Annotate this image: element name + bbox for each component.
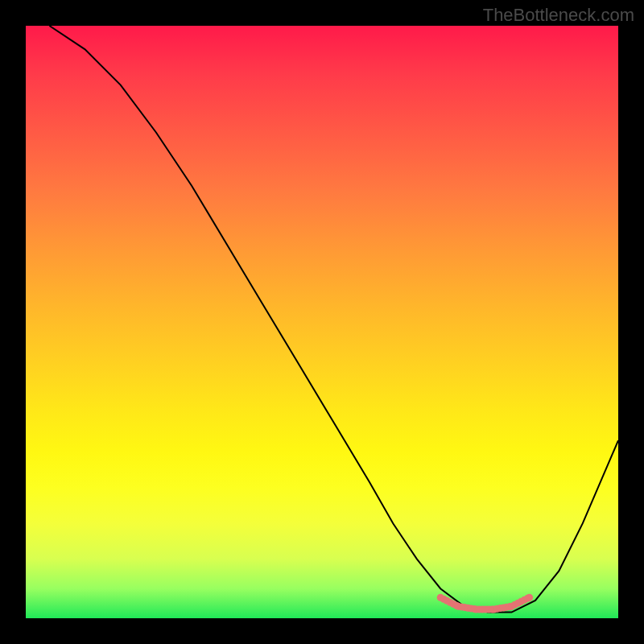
watermark-text: TheBottleneck.com [483,5,634,26]
chart-svg [26,26,618,618]
main-curve [49,26,618,613]
svg-point-30 [526,594,533,601]
plot-area [26,26,618,618]
